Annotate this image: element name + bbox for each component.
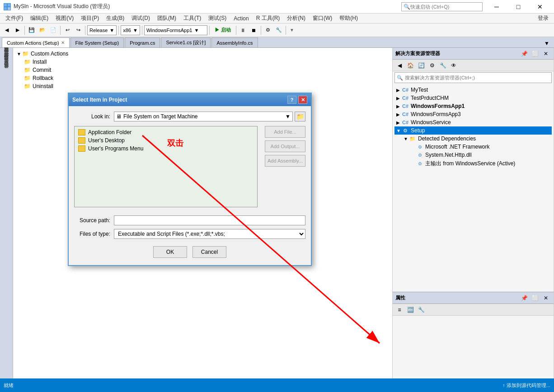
props-wrench-btn[interactable]: 🔧 [416,305,426,314]
tb-stop-btn[interactable]: ⏹ [249,25,259,35]
menu-action[interactable]: Action [230,14,252,23]
se-pin-btn[interactable]: 📌 [519,49,529,58]
tab-custom-actions-label: Custom Actions (Setup) [7,40,59,46]
minimize-button[interactable]: ─ [486,0,507,14]
project-dropdown[interactable]: WindowsFormsApp1 ▼ [144,25,207,35]
st-winformsapp3[interactable]: ▶ C# WindowsFormsApp3 [394,110,552,118]
st-system-http-label: System.Net.Http.dll [425,152,472,158]
folder-icon-programs [78,145,85,152]
st-main-output[interactable]: ▶ ⚙ 主输出 from WindowsService (Active) [394,159,552,168]
se-back-btn[interactable]: ◀ [394,61,404,70]
menu-build[interactable]: 生成(B) [103,14,128,23]
sidebar-find-results[interactable]: 查找结果 [2,70,10,73]
se-view-btn[interactable]: 👁 [449,61,459,70]
dialog-browse-btn[interactable]: 📁 [295,112,305,121]
props-float-btn[interactable]: ⬜ [530,294,540,303]
dialog-look-in-label: Look in: [74,113,110,120]
tb-debug-btn[interactable]: ⏸ [238,25,248,35]
dialog-cancel-btn[interactable]: Cancel [192,246,226,258]
dialog-close-btn[interactable]: ✕ [298,96,307,104]
menu-tools[interactable]: 工具(T) [180,14,205,23]
tb-misc1[interactable]: ⚙ [263,25,273,35]
tab-file-system[interactable]: File System (Setup) [70,37,124,47]
restore-button[interactable]: □ [508,0,529,14]
tab-file-system-label: File System (Setup) [75,40,119,46]
tb-new-btn[interactable]: 📄 [48,25,58,35]
se-search-input[interactable] [405,75,549,80]
st-dotnet-framework[interactable]: ▶ ⚙ Microsoft .NET Framework [394,143,552,151]
dialog-file-list: Application Folder User's Desktop User's… [74,126,258,207]
add-output-btn[interactable]: Add Output... [265,140,305,152]
tb-back-btn[interactable]: ◀ [2,25,12,35]
props-close-btn[interactable]: ✕ [541,294,551,303]
dialog-help-btn[interactable]: ? [287,96,296,104]
platform-dropdown[interactable]: x86 ▼ [121,25,140,35]
props-sort-btn[interactable]: 🔤 [405,305,415,314]
menu-project[interactable]: 项目(P) [77,14,103,23]
tab-service[interactable]: Service1.cs [设计] [161,37,211,47]
add-file-btn[interactable]: Add File... [265,126,305,138]
st-detected-deps[interactable]: ▼ 📁 Detected Dependencies [394,135,552,143]
tab-assembly[interactable]: AssemblyInfo.cs [211,37,258,47]
menu-debug[interactable]: 调试(D) [128,14,154,23]
dialog-files-type-select[interactable]: Executable and Script Files (*.exe;*.dll… [114,229,305,239]
tree-root[interactable]: ▼ 📁 Custom Actions [15,50,390,58]
se-home-btn[interactable]: 🏠 [405,61,415,70]
se-refresh-btn[interactable]: 🔄 [416,61,426,70]
start-button[interactable]: ▶ 启动 [211,25,234,35]
tree-root-label: Custom Actions [31,51,68,57]
file-item-desktop[interactable]: User's Desktop [76,136,255,145]
tb-open-btn[interactable]: 📂 [38,25,47,35]
menu-test[interactable]: 测试(S) [205,14,230,23]
props-pin-btn[interactable]: 📌 [519,294,529,303]
tab-program[interactable]: Program.cs [125,37,160,47]
dialog-source-path-input[interactable] [114,215,305,225]
st-winformsapp3-label: WindowsFormsApp3 [411,111,461,117]
se-settings-btn[interactable]: ⚙ [427,61,437,70]
file-item-programs-menu[interactable]: User's Programs Menu [76,145,255,153]
st-system-http[interactable]: ▶ ⚙ System.Net.Http.dll [394,151,552,159]
tab-custom-actions-close[interactable]: ✕ [61,40,65,45]
se-float-btn[interactable]: ⬜ [530,49,540,58]
tab-assembly-label: AssemblyInfo.cs [216,40,253,46]
title-search-input[interactable] [410,4,469,9]
menu-help[interactable]: 帮助(H) [336,14,362,23]
menu-login[interactable]: 登录 [534,14,552,23]
st-mytest[interactable]: ▶ C# MyTest [394,86,552,94]
tab-custom-actions[interactable]: Custom Actions (Setup) ✕ [2,37,70,47]
properties-header: 属性 📌 ⬜ ✕ [393,292,554,304]
status-right[interactable]: ↑ 添加到源代码管理... [502,382,550,389]
st-testprduct[interactable]: ▶ C# TestPrductCHM [394,94,552,102]
add-assembly-btn[interactable]: Add Assembly... [265,155,305,167]
st-winservice[interactable]: ▶ C# WindowsService [394,118,552,126]
file-item-app-folder[interactable]: Application Folder [76,128,255,136]
dialog-look-in-chevron[interactable]: ▼ [285,113,291,120]
tab-overflow-btn[interactable]: ▼ [541,39,552,47]
tb-undo-btn[interactable]: ↩ [62,25,72,35]
tb-forward-btn[interactable]: ▶ [13,25,23,35]
menu-view[interactable]: 视图(V) [52,14,77,23]
tree-install[interactable]: 📁 Install [22,58,390,66]
st-winformsapp1[interactable]: ▶ C# WindowsFormsApp1 [394,102,552,110]
se-filter-btn[interactable]: 🔧 [438,61,448,70]
se-close-btn[interactable]: ✕ [541,49,551,58]
tree-commit[interactable]: 📁 Commit [22,66,390,74]
config-dropdown[interactable]: Release ▼ [87,25,117,35]
tab-program-label: Program.cs [130,40,155,46]
menu-analyze[interactable]: 分析(N) [283,14,309,23]
tb-misc2[interactable]: 🔧 [274,25,284,35]
svg-rect-1 [8,4,10,6]
tree-uninstall[interactable]: 📁 Uninstall [22,82,390,90]
menu-team[interactable]: 团队(M) [154,14,180,23]
menu-file[interactable]: 文件(F) [2,14,27,23]
props-category-btn[interactable]: ≡ [394,305,404,314]
close-button[interactable]: ✕ [530,0,550,14]
dialog-ok-btn[interactable]: OK [153,246,187,258]
menu-edit[interactable]: 编辑(E) [27,14,52,23]
tb-save-btn[interactable]: 💾 [27,25,37,35]
tb-redo-btn[interactable]: ↪ [73,25,83,35]
menu-window[interactable]: 窗口(W) [309,14,336,23]
menu-rtools[interactable]: R 工具(R) [253,14,284,23]
st-setup[interactable]: ▼ ⚙ Setup [394,126,552,135]
tree-rollback[interactable]: 📁 Rollback [22,74,390,82]
